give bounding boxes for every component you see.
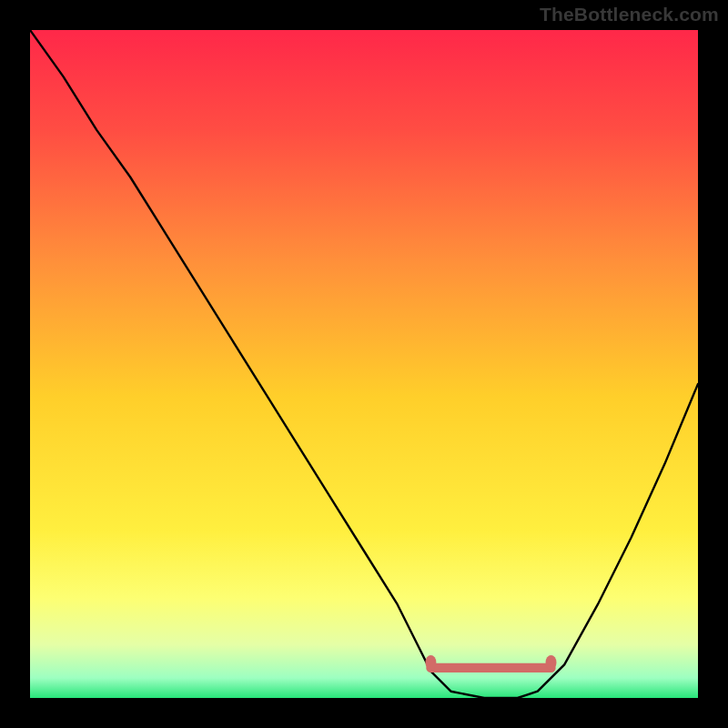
watermark-label: TheBottleneck.com (540, 4, 719, 25)
gradient-background (30, 30, 698, 698)
svg-point-1 (425, 655, 436, 670)
bottleneck-plot-svg (30, 30, 698, 698)
plot-area (30, 30, 698, 698)
chart-frame: TheBottleneck.com (0, 0, 728, 728)
svg-point-2 (546, 655, 557, 670)
